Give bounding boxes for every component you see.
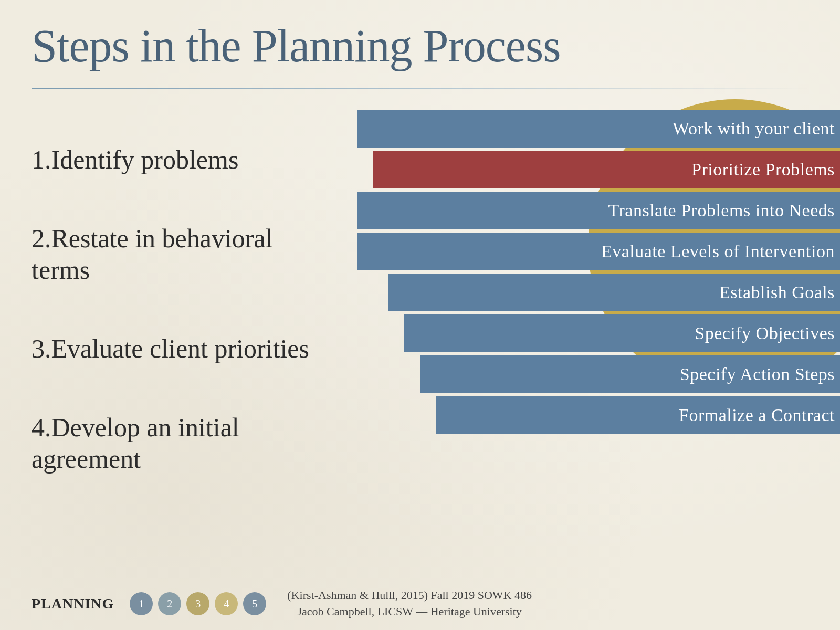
- step-bar-8: Formalize a Contract: [436, 396, 840, 434]
- page-dot-5[interactable]: 5: [243, 592, 266, 615]
- right-area: Work with your client Prioritize Problem…: [357, 110, 840, 498]
- step-bar-5: Establish Goals: [388, 274, 840, 311]
- main-title: Steps in the Planning Process: [32, 21, 808, 72]
- page-dot-4[interactable]: 4: [215, 592, 238, 615]
- content-area: 1.Identify problems 2.Restate in behavio…: [0, 110, 840, 498]
- step-bar-3: Translate Problems into Needs: [357, 192, 840, 229]
- divider: [32, 88, 808, 89]
- step-bar-1: Work with your client: [357, 110, 840, 148]
- step-bar-2: Prioritize Problems: [373, 151, 840, 188]
- citation-line2: Jacob Campbell, LICSW — Heritage Univers…: [287, 604, 532, 620]
- slide: Steps in the Planning Process 1.Identify…: [0, 0, 840, 630]
- citation-line1: (Kirst-Ashman & Hulll, 2015) Fall 2019 S…: [287, 587, 532, 604]
- page-dots: 1 2 3 4 5: [130, 592, 266, 615]
- steps-container: Work with your client Prioritize Problem…: [357, 110, 840, 434]
- title-area: Steps in the Planning Process: [0, 0, 840, 72]
- list-item-3: 3.Evaluate client priorities: [32, 333, 336, 364]
- step-bar-7: Specify Action Steps: [420, 355, 840, 393]
- list-item-2: 2.Restate in behavioral terms: [32, 223, 336, 286]
- step-bar-6: Specify Objectives: [404, 314, 840, 352]
- page-dot-2[interactable]: 2: [158, 592, 181, 615]
- footer: PLANNING 1 2 3 4 5 (Kirst-Ashman & Hulll…: [0, 578, 840, 630]
- citation: (Kirst-Ashman & Hulll, 2015) Fall 2019 S…: [287, 587, 532, 620]
- step-bar-4: Evaluate Levels of Intervention: [357, 233, 840, 270]
- page-dot-3[interactable]: 3: [186, 592, 209, 615]
- left-list: 1.Identify problems 2.Restate in behavio…: [32, 110, 357, 498]
- page-dot-1[interactable]: 1: [130, 592, 153, 615]
- planning-label: PLANNING: [32, 595, 114, 612]
- list-item-4: 4.Develop an initial agreement: [32, 412, 336, 475]
- list-item-1: 1.Identify problems: [32, 144, 336, 175]
